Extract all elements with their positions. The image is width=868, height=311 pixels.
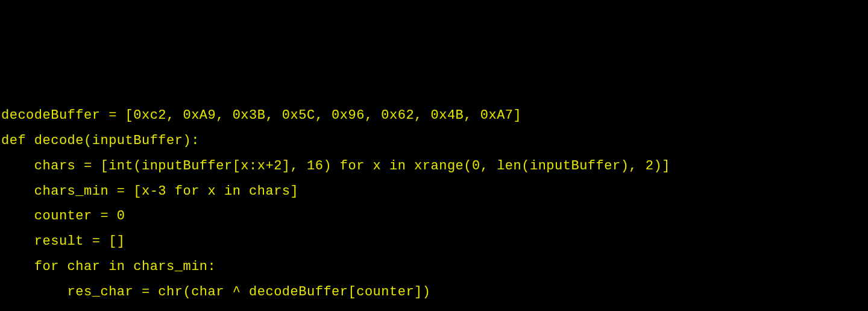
code-line: for char in chars_min: [1,254,867,280]
code-line: chars_min = [x-3 for x in chars] [1,179,867,204]
code-line: decodeBuffer = [0xc2, 0xA9, 0x3B, 0x5C, … [1,103,867,128]
code-line: result.append(res_char) [1,305,867,311]
code-block: decodeBuffer = [0xc2, 0xA9, 0x3B, 0x5C, … [1,103,867,311]
code-line: counter = 0 [1,204,867,229]
code-line: def decode(inputBuffer): [1,128,867,154]
code-line: result = [] [1,229,867,254]
code-line: chars = [int(inputBuffer[x:x+2], 16) for… [1,154,867,179]
code-line: res_char = chr(char ^ decodeBuffer[count… [1,280,867,305]
